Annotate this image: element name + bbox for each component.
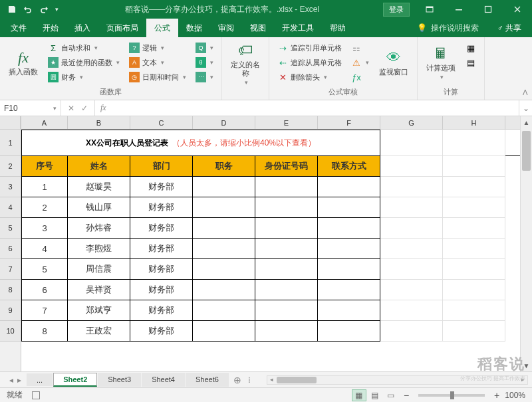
ribbon-options-button[interactable] <box>415 0 444 19</box>
redo-button[interactable] <box>36 1 52 17</box>
col-header-H[interactable]: H <box>443 116 505 129</box>
data-cell[interactable] <box>193 321 255 342</box>
defined-names-button[interactable]: 🏷 定义的名称 ▾ <box>227 40 263 88</box>
save-button[interactable] <box>4 1 20 17</box>
data-cell[interactable] <box>193 197 255 218</box>
tab-view[interactable]: 视图 <box>242 19 274 38</box>
calc-now-button[interactable]: ▦ <box>463 41 479 54</box>
sheet-tab-Sheet3[interactable]: Sheet3 <box>98 373 141 387</box>
data-cell[interactable] <box>255 239 318 259</box>
grid[interactable]: XX公司在职人员登记表（人员太多，请缩小比例40%以下查看）序号姓名部门职务身份… <box>21 130 520 342</box>
sheet-tab-Sheet2[interactable]: Sheet2 <box>53 373 97 387</box>
data-cell[interactable]: 4 <box>21 239 68 259</box>
data-cell[interactable]: 财务部 <box>130 259 193 280</box>
vscroll-thumb[interactable] <box>522 131 531 171</box>
data-cell[interactable] <box>318 177 380 197</box>
data-cell[interactable]: 8 <box>21 321 68 342</box>
datetime-button[interactable]: ◷日期和时间▾ <box>126 70 189 84</box>
data-cell[interactable]: 2 <box>21 197 68 218</box>
data-cell[interactable]: 财务部 <box>130 239 193 259</box>
data-cell[interactable]: 财务部 <box>130 300 193 321</box>
data-cell[interactable]: 财务部 <box>130 321 193 342</box>
data-cell[interactable] <box>193 177 255 197</box>
minimize-button[interactable] <box>444 0 473 19</box>
more-functions-button[interactable]: ⋯▾ <box>193 70 216 84</box>
cancel-formula-button[interactable]: ✕ <box>68 104 74 113</box>
autosum-button[interactable]: Σ自动求和▾ <box>45 41 122 54</box>
row-header-5[interactable]: 5 <box>0 218 21 239</box>
scroll-up-button[interactable]: ▲ <box>521 116 532 128</box>
data-cell[interactable] <box>318 239 380 259</box>
expand-formula-bar-button[interactable]: ⌄ <box>519 100 532 116</box>
tab-insert[interactable]: 插入 <box>66 19 98 38</box>
lookup-button[interactable]: Q▾ <box>193 41 216 54</box>
hscroll-thumb[interactable] <box>277 377 317 383</box>
row-header-1[interactable]: 1 <box>0 130 21 156</box>
tab-developer[interactable]: 开发工具 <box>274 19 322 38</box>
share-button[interactable]: ♂ 共享 <box>489 23 529 34</box>
tell-me-search[interactable]: 💡操作说明搜索 <box>409 23 487 34</box>
data-cell[interactable]: 财务部 <box>130 197 193 218</box>
data-cell[interactable] <box>255 218 318 239</box>
data-cell[interactable]: 7 <box>21 300 68 321</box>
zoom-out-button[interactable]: − <box>404 390 409 401</box>
fx-icon[interactable]: fx <box>95 103 112 113</box>
data-cell[interactable]: 5 <box>21 259 68 280</box>
evaluate-formula-button[interactable]: ƒx <box>348 70 372 84</box>
header-cell[interactable]: 联系方式 <box>318 156 380 177</box>
data-cell[interactable] <box>193 239 255 259</box>
data-cell[interactable] <box>255 177 318 197</box>
data-cell[interactable] <box>193 218 255 239</box>
data-cell[interactable] <box>255 197 318 218</box>
sheet-tab-prev[interactable]: ... <box>27 373 53 386</box>
header-cell[interactable]: 部门 <box>130 156 193 177</box>
data-cell[interactable]: 李煦煜 <box>68 239 130 259</box>
data-cell[interactable] <box>255 300 318 321</box>
col-header-G[interactable]: G <box>380 116 443 129</box>
data-cell[interactable] <box>193 300 255 321</box>
data-cell[interactable]: 赵璇昊 <box>68 177 130 197</box>
col-header-A[interactable]: A <box>21 116 68 129</box>
col-header-B[interactable]: B <box>68 116 130 129</box>
tab-data[interactable]: 数据 <box>178 19 210 38</box>
data-cell[interactable]: 财务部 <box>130 218 193 239</box>
math-button[interactable]: θ▾ <box>193 56 216 69</box>
data-cell[interactable]: 1 <box>21 177 68 197</box>
calc-sheet-button[interactable]: ▤ <box>463 56 479 69</box>
financial-button[interactable]: 圓财务▾ <box>45 70 122 84</box>
maximize-button[interactable] <box>473 0 503 19</box>
header-cell[interactable]: 序号 <box>21 156 68 177</box>
header-cell[interactable]: 职务 <box>193 156 255 177</box>
col-header-D[interactable]: D <box>193 116 255 129</box>
remove-arrows-button[interactable]: ✕删除箭头▾ <box>275 70 344 84</box>
normal-view-button[interactable]: ▦ <box>352 389 366 401</box>
zoom-slider[interactable] <box>418 394 485 397</box>
row-header-6[interactable]: 6 <box>0 239 21 259</box>
calc-options-button[interactable]: 🖩 计算选项 ▾ <box>423 40 459 86</box>
data-cell[interactable] <box>193 259 255 280</box>
recent-functions-button[interactable]: ★最近使用的函数▾ <box>45 56 122 69</box>
row-header-8[interactable]: 8 <box>0 280 21 300</box>
data-cell[interactable]: 孙炜睿 <box>68 218 130 239</box>
col-header-F[interactable]: F <box>318 116 380 129</box>
data-cell[interactable]: 吴祥贤 <box>68 280 130 300</box>
row-header-10[interactable]: 10 <box>0 321 21 342</box>
row-header-3[interactable]: 3 <box>0 177 21 197</box>
login-button[interactable]: 登录 <box>383 3 410 17</box>
row-header-4[interactable]: 4 <box>0 197 21 218</box>
qat-customize[interactable]: ▾ <box>52 1 61 17</box>
scroll-down-button[interactable]: ▼ <box>521 359 532 371</box>
col-header-E[interactable]: E <box>255 116 318 129</box>
data-cell[interactable] <box>318 300 380 321</box>
close-button[interactable] <box>503 0 532 19</box>
data-cell[interactable] <box>255 280 318 300</box>
title-cell[interactable]: XX公司在职人员登记表（人员太多，请缩小比例40%以下查看） <box>21 130 380 155</box>
header-cell[interactable]: 姓名 <box>68 156 130 177</box>
data-cell[interactable]: 财务部 <box>130 177 193 197</box>
vertical-scrollbar[interactable]: ▲ ▼ <box>520 116 532 371</box>
data-cell[interactable] <box>318 197 380 218</box>
watch-window-button[interactable]: 👁 监视窗口 <box>376 40 412 86</box>
sheet-tab-Sheet4[interactable]: Sheet4 <box>142 373 185 387</box>
new-sheet-button[interactable]: ⊕ <box>229 375 245 385</box>
data-cell[interactable] <box>318 321 380 342</box>
